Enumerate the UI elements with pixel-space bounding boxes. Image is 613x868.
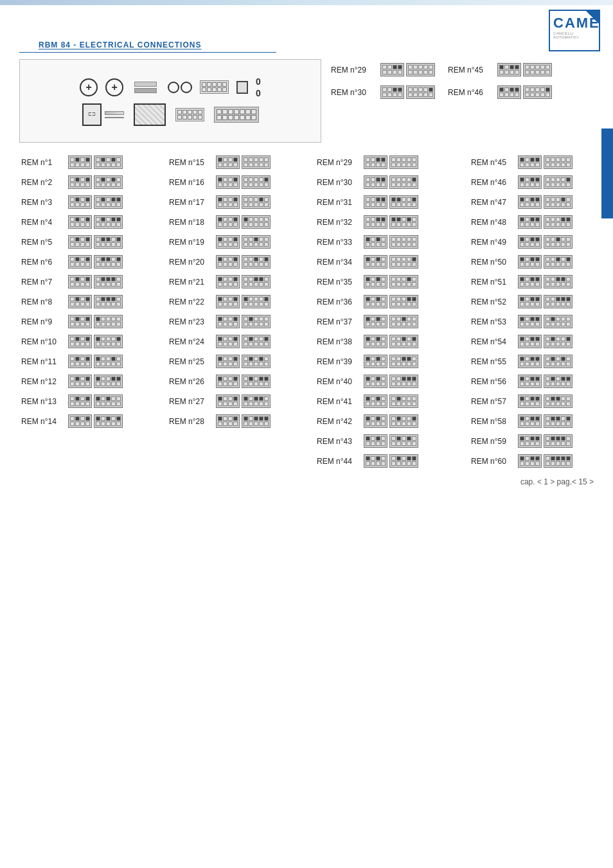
rem-connector-57 [518, 394, 573, 408]
rem-row: REM n°39 [315, 351, 469, 371]
rem-grid: REM n°1 REM n°2 REM n°3 REM n°4 REM n°5 … [19, 152, 594, 471]
rem-connector-15 [216, 155, 271, 169]
page-title: RBM 84 - ELECTRICAL CONNECTIONS [39, 40, 594, 49]
rem-connector-17 [216, 195, 271, 209]
rem-label-10: REM n°10 [21, 337, 65, 346]
rem-label-18: REM n°18 [169, 218, 213, 227]
rem-connector-24 [216, 335, 271, 348]
rem-row: REM n°3 [19, 192, 167, 212]
rem-label-5: REM n°5 [21, 238, 65, 247]
rem-row: REM n°53 [469, 312, 613, 332]
rem-label-23: REM n°23 [169, 317, 213, 326]
rem-label-39: REM n°39 [317, 357, 360, 366]
rem-label-21: REM n°21 [169, 278, 213, 287]
rem-connector-60 [518, 454, 573, 468]
rem-connector-27 [216, 394, 271, 408]
rem-label-34: REM n°34 [317, 258, 360, 267]
rem-label-29: REM n°29 [317, 158, 360, 167]
rem-connector-36 [364, 295, 418, 308]
rem-connector-14 [68, 414, 123, 428]
rem-label-11: REM n°11 [21, 357, 65, 366]
rem-label-20: REM n°20 [169, 258, 213, 267]
rem-row: REM n°33 [315, 232, 469, 252]
logo-subtext: CANCELLI AUTOMATICI [553, 31, 596, 39]
rem-row: REM n°12 [19, 371, 167, 391]
header-bar [0, 0, 613, 5]
rem-connector-58 [518, 414, 573, 428]
rem-row: REM n°24 [167, 332, 315, 351]
rem-row: REM n°57 [469, 391, 613, 411]
blue-accent-bar [601, 128, 613, 218]
rem-label-57: REM n°57 [471, 397, 515, 406]
rem-connector-23 [216, 315, 271, 328]
wiring-diagram: + + [19, 59, 321, 143]
rem-column-2: REM n°15 REM n°16 REM n°17 REM n°18 REM … [167, 152, 315, 471]
rem-row: REM n°43 [315, 431, 469, 451]
rem-label-3: REM n°3 [21, 198, 65, 207]
rem-label-60: REM n°60 [471, 457, 515, 466]
rem45-label: REM n°45 [448, 66, 494, 75]
rem-label-47: REM n°47 [471, 198, 515, 207]
rem-connector-48 [518, 215, 573, 229]
rem-label-31: REM n°31 [317, 198, 360, 207]
rem-row: REM n°29 [315, 152, 469, 172]
rem-row: REM n°35 [315, 272, 469, 292]
plus-symbol: + [80, 78, 98, 96]
rem-label-30: REM n°30 [317, 178, 360, 187]
rem-row: REM n°46 [469, 172, 613, 192]
rem-row: REM n°42 [315, 411, 469, 431]
rem-connector-46 [518, 175, 573, 189]
rem-label-25: REM n°25 [169, 357, 213, 366]
right-top-rems: REM n°29 REM n°45 REM n°30 [331, 59, 552, 143]
rem-row: REM n°17 [167, 192, 315, 212]
rem-label-41: REM n°41 [317, 397, 360, 406]
rem-connector-7 [68, 275, 123, 288]
rem-column-1: REM n°1 REM n°2 REM n°3 REM n°4 REM n°5 … [19, 152, 167, 471]
rem-label-15: REM n°15 [169, 158, 213, 167]
rem-row: REM n°19 [167, 232, 315, 252]
rem-connector-26 [216, 375, 271, 388]
rem-label-49: REM n°49 [471, 238, 515, 247]
rem-label-7: REM n°7 [21, 278, 65, 287]
rem-row: REM n°45 [469, 152, 613, 172]
rem-label-56: REM n°56 [471, 377, 515, 386]
rem-row: REM n°51 [469, 272, 613, 292]
rem-label-22: REM n°22 [169, 297, 213, 306]
rem-connector-44 [364, 454, 418, 468]
rem-label-27: REM n°27 [169, 397, 213, 406]
rem46-label: REM n°46 [448, 88, 494, 97]
rem-connector-29 [364, 155, 418, 169]
rem-row: REM n°34 [315, 252, 469, 272]
rem-label-48: REM n°48 [471, 218, 515, 227]
rem-label-17: REM n°17 [169, 198, 213, 207]
rem-row: REM n°23 [167, 312, 315, 332]
rem-label-37: REM n°37 [317, 317, 360, 326]
rem-connector-39 [364, 355, 418, 368]
rem-row: REM n°11 [19, 351, 167, 371]
rem-row: REM n°58 [469, 411, 613, 431]
rem-connector-28 [216, 414, 271, 428]
rem-connector-12 [68, 375, 123, 388]
rem-row: REM n°22 [167, 292, 315, 312]
rem-connector-54 [518, 335, 573, 348]
rem-connector-59 [518, 434, 573, 448]
rem-row: REM n°47 [469, 192, 613, 212]
rem-connector-5 [68, 235, 123, 249]
rem-row: REM n°38 [315, 332, 469, 351]
rem-row: REM n°49 [469, 232, 613, 252]
rem-connector-50 [518, 255, 573, 269]
rem-label-24: REM n°24 [169, 337, 213, 346]
rem-label-2: REM n°2 [21, 178, 65, 187]
rem-connector-56 [518, 375, 573, 388]
rem-row: REM n°7 [19, 272, 167, 292]
rem-row: REM n°30 [315, 172, 469, 192]
rem-connector-33 [364, 235, 418, 249]
rem-label-13: REM n°13 [21, 397, 65, 406]
rem-label-52: REM n°52 [471, 297, 515, 306]
rem-row: REM n°5 [19, 232, 167, 252]
rem-row: REM n°50 [469, 252, 613, 272]
rem-connector-45 [518, 155, 573, 169]
rem-row: REM n°59 [469, 431, 613, 451]
rem-label-14: REM n°14 [21, 417, 65, 426]
rem-connector-51 [518, 275, 573, 288]
